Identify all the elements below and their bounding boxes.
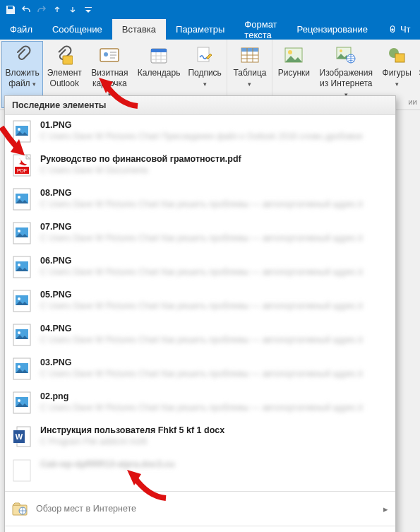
recent-item[interactable]: Cab-wp-dpRRR13-alpra.doc3.cu — [5, 454, 395, 488]
label-line: Outlook — [50, 78, 79, 88]
file-name: Инструкция пользователя Fhkf 5 kf 1 docx — [40, 425, 388, 435]
svg-text:W: W — [16, 432, 23, 441]
file-name: 02.png — [40, 391, 388, 401]
browse-web-label: Обзор мест в Интернете — [36, 504, 136, 514]
file-type-icon — [12, 323, 32, 347]
svg-point-50 — [18, 331, 20, 334]
file-name: 06.PNG — [40, 256, 388, 266]
svg-point-44 — [18, 264, 20, 266]
file-type-icon — [12, 221, 32, 245]
save-icon[interactable] — [3, 2, 18, 18]
file-path: C Program File addicnt msfit — [40, 437, 388, 447]
tab-format-text[interactable]: Формат текста — [234, 19, 287, 40]
file-type-icon — [12, 289, 32, 313]
file-path: C Users Dave W Pictures Chart Как решить… — [40, 233, 388, 243]
svg-text:PDF: PDF — [17, 168, 27, 173]
customize-qat-icon[interactable] — [80, 2, 96, 18]
tab-review[interactable]: Рецензирование — [287, 19, 378, 40]
file-path: C Users Dave W Pictures Chart Присоедине… — [40, 131, 388, 141]
file-path: C Users Dave W Pictures Chart Как решить… — [40, 267, 388, 277]
file-type-icon — [12, 119, 32, 143]
svg-rect-0 — [85, 7, 92, 8]
file-type-icon — [12, 357, 32, 381]
chevron-down-icon: ▾ — [395, 81, 399, 88]
file-name: 07.PNG — [40, 222, 388, 232]
file-path: C Users Dave W Documents — [40, 165, 388, 175]
label-line: Таблица — [233, 68, 266, 78]
file-name: 03.PNG — [40, 357, 388, 367]
chevron-down-icon: ▾ — [203, 81, 207, 88]
svg-rect-60 — [13, 460, 30, 481]
svg-point-56 — [18, 399, 20, 402]
label-line: Календарь — [138, 68, 181, 78]
svg-rect-10 — [151, 49, 167, 52]
svg-point-23 — [288, 50, 292, 54]
truncated-text: ии — [408, 97, 417, 106]
recent-item[interactable]: 05.PNGC Users Dave W Pictures Chart Как … — [5, 285, 395, 319]
tab-insert[interactable]: Вставка — [112, 19, 166, 40]
file-path: C Users Dave W Pictures Chart Как решить… — [40, 301, 388, 311]
label-line: файл — [8, 78, 30, 88]
svg-point-38 — [18, 196, 20, 199]
recent-item[interactable]: 07.PNGC Users Dave W Pictures Chart Как … — [5, 217, 395, 251]
recent-items-header: Последние элементы — [5, 96, 395, 115]
label-line: Подпись — [188, 68, 222, 78]
file-name: 01.PNG — [40, 120, 388, 130]
attachment-up-icon[interactable] — [49, 2, 65, 18]
label-line: Визитная — [91, 68, 128, 78]
file-type-icon: PDF — [12, 153, 32, 177]
recent-item[interactable]: 02.pngC Users Dave W Pictures Chart Как … — [5, 386, 395, 420]
recent-item[interactable]: 03.PNGC Users Dave W Pictures Chart Как … — [5, 353, 395, 386]
table-icon — [241, 44, 259, 66]
svg-rect-17 — [241, 48, 258, 52]
svg-point-25 — [340, 49, 342, 52]
ribbon-tabs: Файл Сообщение Вставка Параметры Формат … — [0, 19, 420, 40]
svg-point-5 — [104, 52, 108, 57]
label-line: Элемент — [47, 68, 82, 78]
label-line: Фигуры — [383, 68, 412, 78]
chevron-down-icon: ▾ — [32, 81, 36, 88]
browse-this-pc[interactable]: Поиск на этом ПК… — [5, 529, 395, 532]
globe-folder-icon — [12, 502, 28, 516]
recent-item[interactable]: 06.PNGC Users Dave W Pictures Chart Как … — [5, 251, 395, 285]
outlook-item-icon — [56, 44, 73, 66]
label-line: карточка — [92, 78, 127, 88]
recent-item[interactable]: WИнструкция пользователя Fhkf 5 kf 1 doc… — [5, 420, 395, 454]
attachment-down-icon[interactable] — [65, 2, 80, 18]
business-card-icon — [100, 44, 119, 66]
file-path: C Users Dave W Pictures Chart Как решить… — [40, 369, 388, 379]
tab-file[interactable]: Файл — [0, 19, 42, 40]
recent-item[interactable]: 08.PNGC Users Dave W Pictures Chart Как … — [5, 183, 395, 217]
svg-point-47 — [18, 297, 20, 300]
svg-point-41 — [18, 230, 20, 232]
tell-me[interactable]: Чт — [378, 19, 420, 40]
chevron-right-icon: ▸ — [383, 504, 388, 514]
recent-item[interactable]: 01.PNGC Users Dave W Pictures Chart Прис… — [5, 115, 395, 149]
svg-rect-3 — [63, 56, 73, 64]
file-type-icon: W — [12, 425, 32, 449]
paperclip-icon — [14, 44, 31, 66]
file-path: C Users Dave W Pictures Chart Как решить… — [40, 403, 388, 413]
file-name: 05.PNG — [40, 290, 388, 300]
recent-item[interactable]: PDFРуководство по финансовой грамотности… — [5, 149, 395, 183]
tab-options[interactable]: Параметры — [166, 19, 234, 40]
svg-point-53 — [18, 365, 20, 368]
calendar-icon — [150, 44, 168, 66]
recent-items-list: 01.PNGC Users Dave W Pictures Chart Прис… — [5, 115, 395, 488]
chevron-down-icon: ▾ — [248, 81, 251, 88]
browse-web-locations[interactable]: Обзор мест в Интернете ▸ — [5, 495, 395, 523]
svg-rect-28 — [395, 54, 404, 62]
redo-icon[interactable] — [34, 2, 49, 18]
file-type-icon — [12, 459, 32, 483]
shapes-icon — [388, 44, 406, 66]
file-type-icon — [12, 391, 32, 415]
picture-icon — [284, 44, 303, 66]
file-name: Cab-wp-dpRRR13-alpra.doc3.cu — [40, 459, 388, 469]
svg-point-2 — [391, 28, 394, 31]
tab-message[interactable]: Сообщение — [42, 19, 112, 40]
file-path: C Users Dave W Pictures Chart Как решить… — [40, 199, 388, 209]
separator — [5, 526, 395, 526]
undo-icon[interactable] — [18, 2, 34, 18]
recent-item[interactable]: 04.PNGC Users Dave W Pictures Chart Как … — [5, 319, 395, 353]
quick-access-toolbar — [0, 0, 420, 19]
